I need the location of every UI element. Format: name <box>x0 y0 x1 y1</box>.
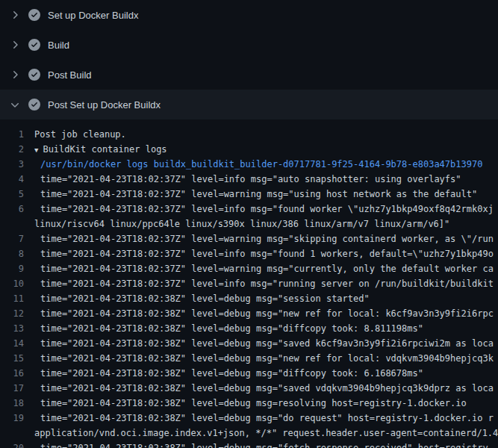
line-number[interactable]: 4 <box>0 172 34 187</box>
log-text: ▼linux/riscv64 linux/ppc64le linux/s390x… <box>34 217 498 231</box>
line-number[interactable]: 16 <box>0 366 34 381</box>
log-area: 1 ▼Post job cleanup. 2 ▼BuildKit contain… <box>0 119 498 448</box>
log-text-content: /usr/bin/docker logs buildx_buildkit_bui… <box>40 159 482 169</box>
log-text: ▼time="2021-04-23T18:02:38Z" level=debug… <box>34 336 498 351</box>
log-text-content: time="2021-04-23T18:02:38Z" level=debug … <box>40 413 494 423</box>
log-line: 16 ▼time="2021-04-23T18:02:38Z" level=de… <box>0 366 498 381</box>
log-text: ▼time="2021-04-23T18:02:37Z" level=warni… <box>34 187 498 202</box>
log-text-content: time="2021-04-23T18:02:37Z" level=info m… <box>40 249 494 259</box>
line-number[interactable]: 20 <box>0 441 34 448</box>
log-line: 8 ▼time="2021-04-23T18:02:37Z" level=inf… <box>0 246 498 261</box>
log-text-content: time="2021-04-23T18:02:38Z" level=debug … <box>40 368 423 379</box>
step-name: Build <box>48 40 69 51</box>
line-number[interactable]: 10 <box>0 276 34 291</box>
log-text-content: time="2021-04-23T18:02:38Z" level=debug … <box>40 338 494 349</box>
log-text-content: BuildKit container logs <box>43 144 166 155</box>
log-text: ▼time="2021-04-23T18:02:38Z" level=debug… <box>34 396 498 411</box>
log-text-content: time="2021-04-23T18:02:37Z" level=info m… <box>40 174 461 184</box>
log-line: 17 ▼time="2021-04-23T18:02:38Z" level=de… <box>0 381 498 396</box>
log-text: ▼time="2021-04-23T18:02:38Z" level=debug… <box>34 441 498 448</box>
log-line: 5 ▼time="2021-04-23T18:02:37Z" level=war… <box>0 187 498 202</box>
chevron-right-icon <box>9 39 21 51</box>
line-number[interactable]: 1 <box>0 127 34 142</box>
step-row[interactable]: Post Build <box>0 60 498 90</box>
log-text: ▼time="2021-04-23T18:02:38Z" level=debug… <box>34 321 498 336</box>
line-number[interactable]: 15 <box>0 351 34 366</box>
log-text-content: time="2021-04-23T18:02:38Z" level=debug … <box>40 308 494 319</box>
log-text-content: time="2021-04-23T18:02:38Z" level=debug … <box>40 293 370 304</box>
chevron-right-icon <box>9 9 21 21</box>
log-text: ▼time="2021-04-23T18:02:37Z" level=info … <box>34 202 498 217</box>
log-line: 2 ▼BuildKit container logs <box>0 142 498 157</box>
line-number[interactable]: 8 <box>0 246 34 261</box>
line-number[interactable]: 17 <box>0 381 34 396</box>
line-number[interactable]: 13 <box>0 321 34 336</box>
line-number[interactable]: 7 <box>0 231 34 246</box>
step-row[interactable]: Post Set up Docker Buildx <box>0 90 498 119</box>
log-line: 10 ▼time="2021-04-23T18:02:37Z" level=in… <box>0 276 498 291</box>
log-text-content: time="2021-04-23T18:02:37Z" level=warnin… <box>40 189 477 199</box>
log-line: 12 ▼time="2021-04-23T18:02:38Z" level=de… <box>0 306 498 321</box>
log-line: 19 ▼time="2021-04-23T18:02:38Z" level=de… <box>0 411 498 426</box>
log-text: ▼time="2021-04-23T18:02:38Z" level=debug… <box>34 291 498 306</box>
log-line: 11 ▼time="2021-04-23T18:02:38Z" level=de… <box>0 291 498 306</box>
log-line: 14 ▼time="2021-04-23T18:02:38Z" level=de… <box>0 336 498 351</box>
line-number[interactable]: 9 <box>0 261 34 276</box>
log-text: ▼Post job cleanup. <box>34 127 498 142</box>
log-text-content: time="2021-04-23T18:02:37Z" level=warnin… <box>40 264 494 274</box>
check-circle-icon <box>28 9 40 21</box>
log-text-content: time="2021-04-23T18:02:38Z" level=debug … <box>40 353 494 364</box>
log-line: 9 ▼time="2021-04-23T18:02:37Z" level=war… <box>0 261 498 276</box>
log-text: ▼time="2021-04-23T18:02:38Z" level=debug… <box>34 411 498 426</box>
log-text: ▼time="2021-04-23T18:02:38Z" level=debug… <box>34 381 498 396</box>
line-number[interactable]: 3 <box>0 157 34 172</box>
step-row[interactable]: Build <box>0 30 498 60</box>
log-text: ▼time="2021-04-23T18:02:37Z" level=warni… <box>34 261 498 276</box>
log-text: ▼time="2021-04-23T18:02:37Z" level=info … <box>34 276 498 291</box>
log-line: 4 ▼time="2021-04-23T18:02:37Z" level=inf… <box>0 172 498 187</box>
log-text: ▼time="2021-04-23T18:02:37Z" level=info … <box>34 172 498 187</box>
log-text[interactable]: ▼BuildKit container logs <box>34 142 498 157</box>
step-row[interactable]: Set up Docker Buildx <box>0 0 498 30</box>
log-text-content: application/vnd.oci.image.index.v1+json,… <box>34 428 498 438</box>
log-text: ▼time="2021-04-23T18:02:38Z" level=debug… <box>34 366 498 381</box>
chevron-down-icon <box>9 99 21 111</box>
log-text: ▼time="2021-04-23T18:02:37Z" level=warni… <box>34 231 498 246</box>
log-text-content: time="2021-04-23T18:02:38Z" level=debug … <box>40 398 467 408</box>
log-text-content: time="2021-04-23T18:02:37Z" level=warnin… <box>40 234 494 244</box>
step-name: Post Set up Docker Buildx <box>48 99 161 111</box>
triangle-down-icon: ▼ <box>34 146 38 154</box>
actions-log-viewer: Set up Docker Buildx Build Post Build <box>0 0 498 448</box>
log-text-content: time="2021-04-23T18:02:38Z" level=debug … <box>40 443 488 448</box>
step-name: Post Build <box>48 69 92 81</box>
line-number[interactable]: 2 <box>0 142 34 157</box>
log-line: 18 ▼time="2021-04-23T18:02:38Z" level=de… <box>0 396 498 411</box>
log-text: ▼time="2021-04-23T18:02:37Z" level=info … <box>34 246 498 261</box>
line-number[interactable]: 14 <box>0 336 34 351</box>
check-circle-icon <box>28 99 40 111</box>
log-line: 15 ▼time="2021-04-23T18:02:38Z" level=de… <box>0 351 498 366</box>
log-line: 7 ▼time="2021-04-23T18:02:37Z" level=war… <box>0 231 498 246</box>
log-text: ▼time="2021-04-23T18:02:38Z" level=debug… <box>34 351 498 366</box>
line-number[interactable]: 18 <box>0 396 34 411</box>
line-number[interactable]: 19 <box>0 411 34 426</box>
log-text-content: time="2021-04-23T18:02:38Z" level=debug … <box>40 323 423 334</box>
log-text-content: linux/riscv64 linux/ppc64le linux/s390x … <box>34 219 449 229</box>
line-number[interactable]: 6 <box>0 202 34 217</box>
line-number[interactable]: 12 <box>0 306 34 321</box>
log-text-content: time="2021-04-23T18:02:38Z" level=debug … <box>40 383 494 393</box>
log-text: ▼application/vnd.oci.image.index.v1+json… <box>34 426 498 441</box>
log-line: 6 ▼time="2021-04-23T18:02:37Z" level=inf… <box>0 202 498 217</box>
step-name: Set up Docker Buildx <box>48 10 138 21</box>
log-line: 1 ▼Post job cleanup. <box>0 127 498 142</box>
log-text: ▼time="2021-04-23T18:02:38Z" level=debug… <box>34 306 498 321</box>
log-text-content: time="2021-04-23T18:02:37Z" level=info m… <box>40 204 494 214</box>
log-line: 3 ▼/usr/bin/docker logs buildx_buildkit_… <box>0 157 498 172</box>
check-circle-icon <box>28 39 40 51</box>
log-line: 13 ▼time="2021-04-23T18:02:38Z" level=de… <box>0 321 498 336</box>
line-number[interactable] <box>0 426 34 441</box>
line-number[interactable]: 5 <box>0 187 34 202</box>
step-list: Set up Docker Buildx Build Post Build <box>0 0 498 119</box>
line-number[interactable] <box>0 217 34 231</box>
line-number[interactable]: 11 <box>0 291 34 306</box>
